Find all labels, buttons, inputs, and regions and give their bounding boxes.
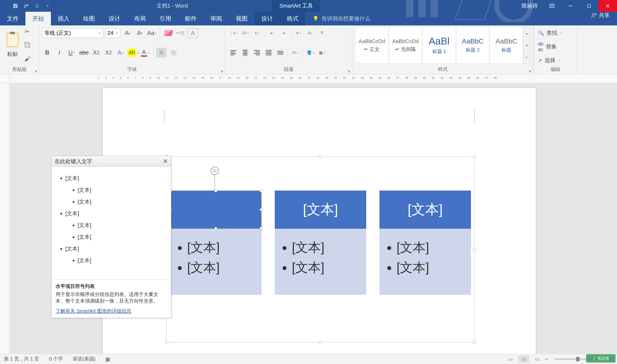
close-icon[interactable] [598,0,617,12]
resize-handle[interactable] [319,340,322,344]
smartart-body[interactable]: [文本][文本] [379,229,471,295]
qat-dropdown-icon[interactable]: ▼ [45,3,51,9]
cut-icon[interactable]: ✂ [25,28,31,36]
close-pane-icon[interactable]: ✕ [163,157,168,165]
list-item[interactable]: [文本] [77,198,168,206]
grow-font-icon[interactable]: A▴ [122,28,133,38]
resize-handle[interactable] [165,340,168,344]
clear-format-icon[interactable] [163,28,173,38]
language-indicator[interactable]: 英语(美国) [73,356,95,362]
list-item[interactable]: [文本] [77,233,168,241]
read-mode-icon[interactable]: ▭ [505,355,516,363]
line-spacing-icon[interactable]: ‡≡▾ [290,48,301,57]
style-scroll[interactable]: ▴▾⤡ [524,27,530,64]
maximize-icon[interactable] [580,0,598,12]
smartart-header[interactable]: [文本] [275,191,366,229]
strikethrough-icon[interactable]: abc [79,48,89,57]
copy-icon[interactable]: ⿻ [25,41,31,49]
smartart-frame[interactable]: ↻ [文本][文本] [文本] [文本][文本] [166,156,475,342]
page-indicator[interactable]: 第 1 页，共 1 页 [4,356,39,362]
resize-handle[interactable] [473,248,476,251]
vertical-ruler[interactable] [0,74,10,354]
paragraph-launcher-icon[interactable]: ⬊ [348,69,351,73]
numbering-icon[interactable]: 1≡▾ [240,28,251,38]
list-item[interactable]: [文本] [文本][文本] [65,210,168,241]
list-icon[interactable] [34,3,40,9]
highlight-icon[interactable]: ab▾ [128,48,138,57]
justify-icon[interactable] [263,48,274,57]
tab-mailings[interactable]: 邮件 [178,12,204,26]
list-item[interactable]: [文本] [文本][文本] [65,175,168,206]
web-layout-icon[interactable]: ▭ [532,355,542,363]
find-button[interactable]: 🔍查找▾ [537,28,574,38]
format-painter-icon[interactable]: 🖌 [25,55,31,63]
font-color-icon[interactable]: A▾ [140,48,150,57]
save-icon[interactable] [12,3,19,9]
text-effects-icon[interactable]: A▾ [116,48,126,57]
underline-icon[interactable]: U▾ [66,48,77,57]
smartart-body[interactable]: [文本][文本] [170,229,261,295]
text-pane-list[interactable]: [文本] [文本][文本] [文本] [文本][文本] [文本] [文本] [51,167,171,279]
ribbon-options-icon[interactable] [543,0,561,12]
align-center-icon[interactable] [240,48,251,57]
multilevel-icon[interactable]: ≡▾ [252,28,262,38]
learn-more-link[interactable]: 了解有关 SmartArt 图形的详细信息 [55,308,131,314]
borders-icon[interactable]: ▦▾ [317,48,327,57]
align-left-icon[interactable] [228,48,239,57]
tab-draw[interactable]: 绘图 [76,12,102,26]
font-name-combo[interactable]: 等线 (正文)▼ [42,28,103,38]
asian-layout-icon[interactable]: ✕▾ [293,28,304,38]
superscript-icon[interactable]: X2 [103,48,114,57]
rotate-handle[interactable]: ↻ [211,167,219,175]
bold-icon[interactable]: B [42,48,52,57]
macro-icon[interactable]: ▦ [105,356,110,362]
font-launcher-icon[interactable]: ⬊ [220,69,223,73]
subscript-icon[interactable]: X2 [91,48,101,57]
phonetic-guide-icon[interactable]: wén文 [175,28,186,38]
user-name[interactable]: 陈丽诗 [522,2,538,10]
list-item[interactable]: [文本] [77,222,168,229]
list-item[interactable]: [文本] [文本] [65,245,168,264]
decrease-indent-icon[interactable]: ⇤ [266,28,277,38]
tell-me-search[interactable]: 💡告诉我你想要做什么 [305,12,370,26]
tab-review[interactable]: 审阅 [204,12,229,26]
style-title[interactable]: AaBbC标题 [490,27,523,64]
minimize-icon[interactable] [561,0,580,12]
style-normal[interactable]: AaBbCcDd↵ 正文 [355,27,388,64]
sort-icon[interactable]: A↓ [305,28,316,38]
tab-layout[interactable]: 布局 [127,12,153,26]
list-item[interactable]: [文本] [77,257,168,264]
align-right-icon[interactable] [252,48,262,57]
smartart-body[interactable]: [文本][文本] [275,229,366,295]
document-canvas[interactable]: ↻ [文本][文本] [文本] [文本][文本] [10,83,617,354]
replace-button[interactable]: abac替换 [537,40,574,53]
shrink-font-icon[interactable]: A▾ [135,28,145,38]
resize-handle[interactable] [473,340,476,344]
distribute-icon[interactable] [275,48,286,57]
tab-design[interactable]: 设计 [102,12,127,26]
style-nospacing[interactable]: AaBbCcDd↵ 无间隔 [389,27,422,64]
smartart-block-2[interactable]: [文本] [文本][文本] [275,191,366,295]
text-pane-header[interactable]: 在此处键入文字 ✕ [51,156,171,167]
enclose-char-icon[interactable]: ㊓ [168,48,179,57]
list-item[interactable]: [文本] [77,186,168,194]
shading-icon[interactable]: 🪣▾ [305,48,316,57]
paste-button[interactable]: 粘贴 [3,27,22,64]
tab-insert[interactable]: 插入 [51,12,76,26]
word-count[interactable]: 0 个字 [49,356,63,362]
smartart-block-3[interactable]: [文本] [文本][文本] [379,191,471,295]
tab-references[interactable]: 引用 [153,12,178,26]
style-heading1[interactable]: AaBl标题 1 [423,27,456,64]
char-shading-icon[interactable]: A [156,48,167,57]
tab-view[interactable]: 视图 [229,12,255,26]
bullets-icon[interactable]: ⋮≡▾ [228,28,239,38]
change-case-icon[interactable]: Aa▾ [147,28,157,38]
font-size-combo[interactable]: 24▼ [105,28,120,38]
horizontal-ruler[interactable]: 2345678910111213141516171819202122232425… [10,74,617,83]
resize-handle[interactable] [473,155,476,158]
char-border-icon[interactable]: A [188,28,198,38]
smartart-block-1[interactable]: [文本][文本] [170,191,261,295]
share-button[interactable]: 共享 [591,12,610,19]
italic-icon[interactable]: I [54,48,64,57]
style-heading2[interactable]: AaBbC标题 2 [456,27,489,64]
